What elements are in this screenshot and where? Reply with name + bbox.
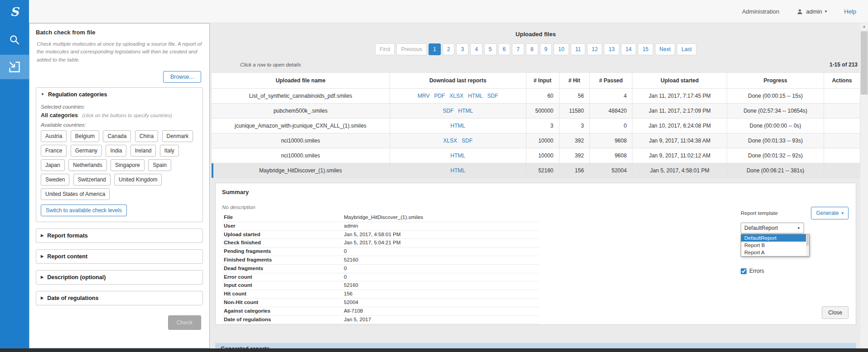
pagination-page-11[interactable]: 11: [571, 43, 585, 55]
user-menu[interactable]: admin ▾: [796, 8, 827, 15]
table-row[interactable]: pubchem500k_.smiles SDFHTML 500000 11580…: [212, 104, 860, 119]
pagination-page-6[interactable]: 6: [498, 43, 511, 55]
scrollbar[interactable]: ▲: [860, 23, 868, 348]
selected-countries-label: Selected countries:: [41, 104, 198, 109]
search-icon[interactable]: [0, 29, 29, 50]
table-row[interactable]: nci10000.smiles XLSXSDF 10000 392 9608 J…: [212, 133, 860, 148]
country-button-united-states[interactable]: United States of America: [41, 188, 110, 200]
report-link-html[interactable]: HTML: [450, 167, 465, 174]
pagination-page-5[interactable]: 5: [484, 43, 497, 55]
accordion-report-formats: ▶ Report formats: [36, 228, 203, 243]
accordion-header-description[interactable]: ▶ Description (optional): [36, 271, 203, 284]
country-button-spain[interactable]: Spain: [148, 159, 171, 171]
help-link[interactable]: Help: [844, 8, 856, 15]
report-link-html[interactable]: HTML: [468, 93, 483, 99]
pagination-page-4[interactable]: 4: [470, 43, 482, 55]
dropdown-option-report-b[interactable]: Report B: [741, 242, 806, 249]
pagination-page-8[interactable]: 8: [526, 43, 538, 55]
report-link-xlsx[interactable]: XLSX: [443, 138, 457, 144]
field-label: Pending fragments: [222, 247, 342, 256]
administration-link[interactable]: Administration: [742, 8, 779, 15]
dropdown-option-default-report[interactable]: DefaultReport: [741, 234, 806, 242]
pagination-page-14[interactable]: 14: [621, 43, 636, 55]
country-button-switzerland[interactable]: Switzerland: [73, 174, 111, 186]
field-label: Input count: [222, 281, 342, 290]
country-button-netherlands[interactable]: Netherlands: [68, 159, 107, 171]
pagination-page-3[interactable]: 3: [456, 43, 468, 55]
close-button[interactable]: Close: [822, 306, 849, 319]
country-button-belgium[interactable]: Belgium: [71, 130, 99, 142]
generated-reports-header[interactable]: Generated reports: [215, 343, 856, 348]
accordion-header-date-of-regulations[interactable]: ▶ Date of regulations: [36, 291, 203, 305]
pagination-page-10[interactable]: 10: [554, 43, 569, 55]
dropdown-scrollbar-thumb[interactable]: [806, 235, 809, 246]
panel-description: Check multiple molecules at once by uplo…: [37, 40, 202, 64]
country-button-italy[interactable]: Italy: [160, 145, 179, 157]
pagination-first[interactable]: First: [375, 43, 395, 55]
errors-checkbox[interactable]: [741, 268, 747, 274]
country-button-sweden[interactable]: Sweden: [41, 174, 69, 186]
pagination-previous[interactable]: Previous: [396, 43, 427, 55]
pagination-next[interactable]: Next: [655, 43, 675, 55]
scroll-up-icon[interactable]: ▲: [860, 23, 868, 30]
check-button[interactable]: Check: [168, 315, 201, 330]
col-actions: Actions: [824, 73, 860, 89]
country-button-india[interactable]: India: [106, 145, 126, 157]
summary-field-row: Pending fragments0: [222, 247, 539, 256]
pagination: First Previous 1 2 3 4 5 6 7 8 9 10 11 1…: [211, 43, 860, 55]
browse-button[interactable]: Browse...: [163, 71, 201, 83]
report-link-html[interactable]: HTML: [450, 152, 465, 159]
input-count-cell: 52160: [526, 163, 559, 178]
table-row[interactable]: List_of_synthetic_cannabinoids_pdf.smile…: [212, 89, 860, 104]
report-link-mrv[interactable]: MRV: [418, 93, 429, 99]
field-value: Jan 5, 2017: [342, 315, 539, 324]
report-template-select[interactable]: DefaultReport ▼: [741, 223, 804, 233]
batch-check-icon[interactable]: [0, 55, 29, 79]
pagination-page-2[interactable]: 2: [443, 43, 455, 55]
report-link-html[interactable]: HTML: [458, 108, 473, 114]
pagination-page-1[interactable]: 1: [429, 43, 441, 55]
pagination-page-15[interactable]: 15: [638, 43, 653, 55]
report-link-sdf[interactable]: SDF: [487, 93, 498, 99]
report-template-label: Report template: [741, 210, 778, 216]
app-logo-icon[interactable]: S: [0, 0, 29, 23]
accordion-header-report-content[interactable]: ▶ Report content: [36, 250, 203, 263]
country-button-canada[interactable]: Canada: [103, 130, 131, 142]
report-link-pdf[interactable]: PDF: [434, 93, 445, 99]
switch-check-levels-button[interactable]: Switch to available check levels: [41, 205, 127, 216]
country-button-austria[interactable]: Austria: [41, 130, 67, 142]
uploaded-files-table: Uploaded file name Download last reports…: [211, 72, 860, 178]
country-button-germany[interactable]: Germany: [71, 145, 102, 157]
dropdown-option-report-a[interactable]: Report A: [741, 249, 806, 256]
report-link-sdf[interactable]: SDF: [462, 138, 473, 144]
report-link-html[interactable]: HTML: [450, 123, 465, 129]
country-button-united-kingdom[interactable]: United Kingdom: [114, 174, 162, 186]
dropdown-scrollbar[interactable]: [806, 234, 809, 256]
table-row[interactable]: jcunique_Amazon_with-jcunique_CXN_ALL_(1…: [212, 119, 860, 133]
report-link-sdf[interactable]: SDF: [443, 108, 453, 114]
pagination-last[interactable]: Last: [677, 43, 696, 55]
accordion-label: Report content: [47, 253, 87, 260]
table-row[interactable]: nci10000.smiles HTML 10000 392 9608 Jan …: [212, 148, 860, 163]
pagination-page-7[interactable]: 7: [512, 43, 524, 55]
accordion-label: Regulation categories: [48, 91, 107, 98]
pagination-page-9[interactable]: 9: [540, 43, 552, 55]
accordion-header-regulation-categories[interactable]: ▼ Regulation categories: [36, 88, 203, 101]
country-button-japan[interactable]: Japan: [41, 159, 65, 171]
country-button-china[interactable]: China: [135, 130, 158, 142]
field-value: 52160: [342, 281, 539, 290]
table-row-selected[interactable]: Maybridge_HitDiscover_(1).smiles HTML 52…: [212, 163, 860, 178]
country-button-france[interactable]: France: [41, 145, 67, 157]
pagination-page-12[interactable]: 12: [587, 43, 602, 55]
pagination-page-13[interactable]: 13: [604, 43, 619, 55]
report-link-xlsx[interactable]: XLSX: [449, 93, 463, 99]
generate-button[interactable]: Generate ▾: [811, 207, 849, 219]
accordion-header-report-formats[interactable]: ▶ Report formats: [36, 229, 203, 243]
country-button-ireland[interactable]: Ireland: [130, 145, 156, 157]
field-value: Maybridge_HitDiscover_(1).smiles: [342, 214, 539, 222]
country-button-denmark[interactable]: Denmark: [162, 130, 193, 142]
scrollbar-thumb[interactable]: [861, 31, 868, 95]
country-button-singapore[interactable]: Singapore: [111, 159, 145, 171]
col-input: # Input: [526, 73, 559, 89]
country-button-list: Austria Belgium Canada China Denmark Fra…: [41, 130, 198, 203]
